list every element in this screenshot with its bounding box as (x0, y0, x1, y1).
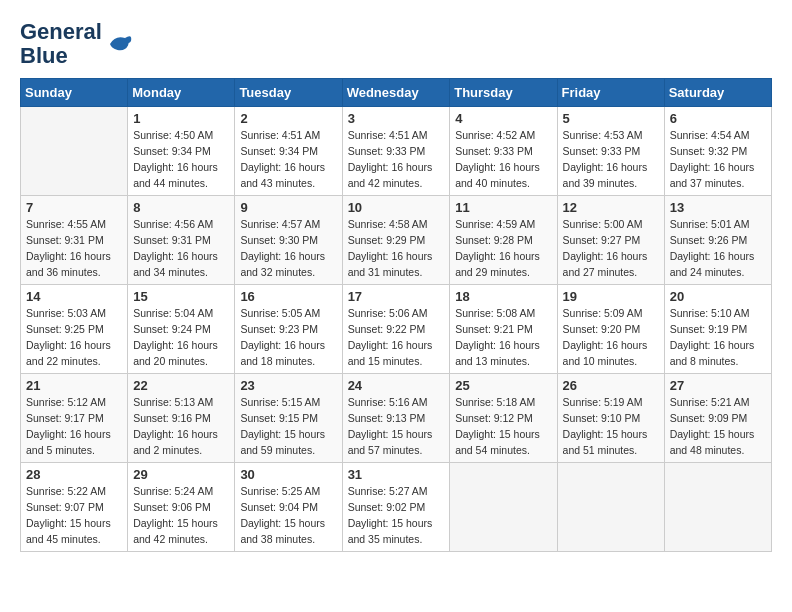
day-detail: Sunrise: 5:00 AMSunset: 9:27 PMDaylight:… (563, 217, 659, 280)
day-detail: Sunrise: 5:12 AMSunset: 9:17 PMDaylight:… (26, 395, 122, 458)
day-detail: Sunrise: 4:54 AMSunset: 9:32 PMDaylight:… (670, 128, 766, 191)
day-number: 12 (563, 200, 659, 215)
day-number: 14 (26, 289, 122, 304)
day-number: 13 (670, 200, 766, 215)
calendar-day-cell: 25 Sunrise: 5:18 AMSunset: 9:12 PMDaylig… (450, 374, 557, 463)
weekday-header: Friday (557, 79, 664, 107)
day-detail: Sunrise: 5:18 AMSunset: 9:12 PMDaylight:… (455, 395, 551, 458)
day-number: 8 (133, 200, 229, 215)
day-detail: Sunrise: 4:55 AMSunset: 9:31 PMDaylight:… (26, 217, 122, 280)
calendar-day-cell: 11 Sunrise: 4:59 AMSunset: 9:28 PMDaylig… (450, 196, 557, 285)
day-detail: Sunrise: 5:13 AMSunset: 9:16 PMDaylight:… (133, 395, 229, 458)
day-detail: Sunrise: 5:04 AMSunset: 9:24 PMDaylight:… (133, 306, 229, 369)
logo: GeneralBlue (20, 20, 134, 68)
day-number: 2 (240, 111, 336, 126)
calendar-day-cell: 26 Sunrise: 5:19 AMSunset: 9:10 PMDaylig… (557, 374, 664, 463)
calendar-day-cell: 28 Sunrise: 5:22 AMSunset: 9:07 PMDaylig… (21, 463, 128, 552)
day-detail: Sunrise: 4:51 AMSunset: 9:33 PMDaylight:… (348, 128, 445, 191)
calendar-day-cell: 5 Sunrise: 4:53 AMSunset: 9:33 PMDayligh… (557, 107, 664, 196)
calendar-day-cell: 18 Sunrise: 5:08 AMSunset: 9:21 PMDaylig… (450, 285, 557, 374)
header-row: SundayMondayTuesdayWednesdayThursdayFrid… (21, 79, 772, 107)
day-number: 19 (563, 289, 659, 304)
calendar-day-cell: 1 Sunrise: 4:50 AMSunset: 9:34 PMDayligh… (128, 107, 235, 196)
day-detail: Sunrise: 5:01 AMSunset: 9:26 PMDaylight:… (670, 217, 766, 280)
calendar-day-cell: 16 Sunrise: 5:05 AMSunset: 9:23 PMDaylig… (235, 285, 342, 374)
day-number: 21 (26, 378, 122, 393)
logo-bird-icon (104, 29, 134, 59)
day-detail: Sunrise: 5:03 AMSunset: 9:25 PMDaylight:… (26, 306, 122, 369)
day-number: 25 (455, 378, 551, 393)
calendar-day-cell: 9 Sunrise: 4:57 AMSunset: 9:30 PMDayligh… (235, 196, 342, 285)
day-number: 9 (240, 200, 336, 215)
day-number: 3 (348, 111, 445, 126)
weekday-header: Saturday (664, 79, 771, 107)
day-detail: Sunrise: 5:06 AMSunset: 9:22 PMDaylight:… (348, 306, 445, 369)
calendar-day-cell: 13 Sunrise: 5:01 AMSunset: 9:26 PMDaylig… (664, 196, 771, 285)
weekday-header: Monday (128, 79, 235, 107)
day-number: 6 (670, 111, 766, 126)
calendar-header: SundayMondayTuesdayWednesdayThursdayFrid… (21, 79, 772, 107)
day-number: 30 (240, 467, 336, 482)
day-detail: Sunrise: 5:09 AMSunset: 9:20 PMDaylight:… (563, 306, 659, 369)
day-number: 23 (240, 378, 336, 393)
calendar-day-cell: 29 Sunrise: 5:24 AMSunset: 9:06 PMDaylig… (128, 463, 235, 552)
calendar-day-cell: 2 Sunrise: 4:51 AMSunset: 9:34 PMDayligh… (235, 107, 342, 196)
calendar-day-cell: 6 Sunrise: 4:54 AMSunset: 9:32 PMDayligh… (664, 107, 771, 196)
day-detail: Sunrise: 5:22 AMSunset: 9:07 PMDaylight:… (26, 484, 122, 547)
weekday-header: Tuesday (235, 79, 342, 107)
day-detail: Sunrise: 4:57 AMSunset: 9:30 PMDaylight:… (240, 217, 336, 280)
day-number: 16 (240, 289, 336, 304)
calendar-day-cell: 19 Sunrise: 5:09 AMSunset: 9:20 PMDaylig… (557, 285, 664, 374)
calendar-week-row: 28 Sunrise: 5:22 AMSunset: 9:07 PMDaylig… (21, 463, 772, 552)
calendar-day-cell: 30 Sunrise: 5:25 AMSunset: 9:04 PMDaylig… (235, 463, 342, 552)
day-detail: Sunrise: 5:05 AMSunset: 9:23 PMDaylight:… (240, 306, 336, 369)
calendar-body: 1 Sunrise: 4:50 AMSunset: 9:34 PMDayligh… (21, 107, 772, 552)
day-detail: Sunrise: 5:25 AMSunset: 9:04 PMDaylight:… (240, 484, 336, 547)
calendar-day-cell: 3 Sunrise: 4:51 AMSunset: 9:33 PMDayligh… (342, 107, 450, 196)
weekday-header: Wednesday (342, 79, 450, 107)
calendar-day-cell (664, 463, 771, 552)
calendar-week-row: 1 Sunrise: 4:50 AMSunset: 9:34 PMDayligh… (21, 107, 772, 196)
day-detail: Sunrise: 5:08 AMSunset: 9:21 PMDaylight:… (455, 306, 551, 369)
calendar-day-cell (557, 463, 664, 552)
calendar-week-row: 14 Sunrise: 5:03 AMSunset: 9:25 PMDaylig… (21, 285, 772, 374)
day-number: 17 (348, 289, 445, 304)
calendar-day-cell: 21 Sunrise: 5:12 AMSunset: 9:17 PMDaylig… (21, 374, 128, 463)
day-number: 11 (455, 200, 551, 215)
weekday-header: Thursday (450, 79, 557, 107)
calendar-table: SundayMondayTuesdayWednesdayThursdayFrid… (20, 78, 772, 552)
weekday-header: Sunday (21, 79, 128, 107)
day-number: 24 (348, 378, 445, 393)
day-detail: Sunrise: 5:24 AMSunset: 9:06 PMDaylight:… (133, 484, 229, 547)
calendar-day-cell: 22 Sunrise: 5:13 AMSunset: 9:16 PMDaylig… (128, 374, 235, 463)
calendar-day-cell: 7 Sunrise: 4:55 AMSunset: 9:31 PMDayligh… (21, 196, 128, 285)
calendar-day-cell: 23 Sunrise: 5:15 AMSunset: 9:15 PMDaylig… (235, 374, 342, 463)
day-number: 10 (348, 200, 445, 215)
day-number: 15 (133, 289, 229, 304)
calendar-day-cell (450, 463, 557, 552)
day-detail: Sunrise: 5:16 AMSunset: 9:13 PMDaylight:… (348, 395, 445, 458)
calendar-day-cell: 24 Sunrise: 5:16 AMSunset: 9:13 PMDaylig… (342, 374, 450, 463)
calendar-day-cell (21, 107, 128, 196)
day-number: 22 (133, 378, 229, 393)
calendar-day-cell: 15 Sunrise: 5:04 AMSunset: 9:24 PMDaylig… (128, 285, 235, 374)
calendar-day-cell: 12 Sunrise: 5:00 AMSunset: 9:27 PMDaylig… (557, 196, 664, 285)
calendar-day-cell: 17 Sunrise: 5:06 AMSunset: 9:22 PMDaylig… (342, 285, 450, 374)
day-detail: Sunrise: 4:58 AMSunset: 9:29 PMDaylight:… (348, 217, 445, 280)
day-detail: Sunrise: 4:50 AMSunset: 9:34 PMDaylight:… (133, 128, 229, 191)
day-detail: Sunrise: 4:56 AMSunset: 9:31 PMDaylight:… (133, 217, 229, 280)
day-number: 29 (133, 467, 229, 482)
day-detail: Sunrise: 4:52 AMSunset: 9:33 PMDaylight:… (455, 128, 551, 191)
day-detail: Sunrise: 5:10 AMSunset: 9:19 PMDaylight:… (670, 306, 766, 369)
calendar-day-cell: 20 Sunrise: 5:10 AMSunset: 9:19 PMDaylig… (664, 285, 771, 374)
day-detail: Sunrise: 4:53 AMSunset: 9:33 PMDaylight:… (563, 128, 659, 191)
calendar-day-cell: 14 Sunrise: 5:03 AMSunset: 9:25 PMDaylig… (21, 285, 128, 374)
calendar-week-row: 21 Sunrise: 5:12 AMSunset: 9:17 PMDaylig… (21, 374, 772, 463)
calendar-day-cell: 4 Sunrise: 4:52 AMSunset: 9:33 PMDayligh… (450, 107, 557, 196)
day-number: 31 (348, 467, 445, 482)
day-number: 4 (455, 111, 551, 126)
calendar-day-cell: 10 Sunrise: 4:58 AMSunset: 9:29 PMDaylig… (342, 196, 450, 285)
day-number: 27 (670, 378, 766, 393)
calendar-week-row: 7 Sunrise: 4:55 AMSunset: 9:31 PMDayligh… (21, 196, 772, 285)
day-detail: Sunrise: 4:51 AMSunset: 9:34 PMDaylight:… (240, 128, 336, 191)
